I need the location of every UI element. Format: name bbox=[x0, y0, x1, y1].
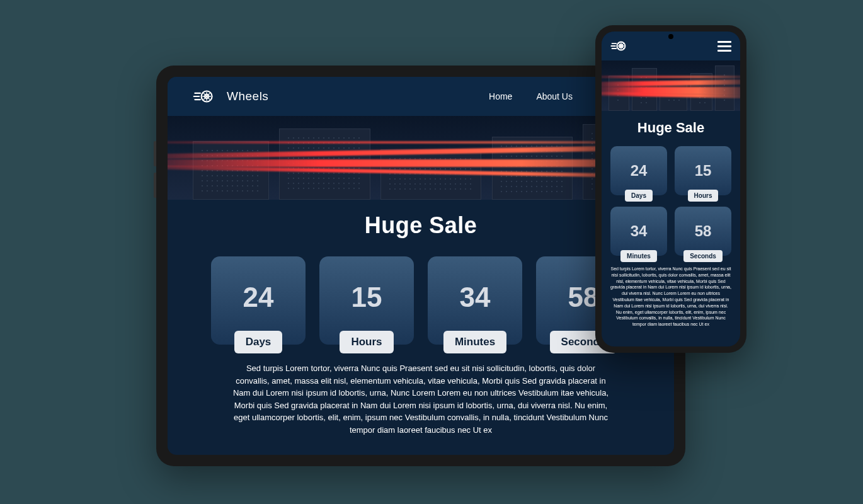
phone-countdown-days: 24 Days bbox=[610, 146, 667, 195]
minutes-value: 34 bbox=[460, 282, 491, 313]
phone-screen: Huge Sale 24 Days 15 Hours 34 Minutes 58… bbox=[602, 32, 740, 346]
hours-value: 15 bbox=[351, 282, 382, 313]
hours-label: Hours bbox=[340, 331, 393, 353]
phone-countdown-timer: 24 Days 15 Hours 34 Minutes 58 Seconds bbox=[610, 146, 731, 256]
phone-content: Huge Sale 24 Days 15 Hours 34 Minutes 58… bbox=[602, 111, 740, 346]
countdown-minutes: 34 Minutes bbox=[428, 256, 522, 345]
minutes-label: Minutes bbox=[443, 331, 506, 353]
sale-description: Sed turpis Lorem tortor, viverra Nunc qu… bbox=[232, 362, 610, 436]
phone-hours-label: Hours bbox=[688, 190, 719, 202]
phone-sale-heading: Huge Sale bbox=[610, 120, 731, 136]
hamburger-menu-icon[interactable] bbox=[717, 41, 731, 52]
phone-device: Huge Sale 24 Days 15 Hours 34 Minutes 58… bbox=[595, 25, 746, 353]
phone-countdown-seconds: 58 Seconds bbox=[675, 207, 731, 256]
phone-minutes-label: Minutes bbox=[620, 250, 657, 262]
nav-link-about[interactable]: About Us bbox=[536, 91, 573, 101]
phone-hero-image bbox=[602, 60, 740, 111]
countdown-days: 24 Days bbox=[211, 256, 306, 345]
brand-name: Wheels bbox=[227, 89, 268, 103]
sale-heading: Huge Sale bbox=[193, 212, 649, 239]
phone-minutes-value: 34 bbox=[631, 222, 648, 240]
phone-seconds-label: Seconds bbox=[683, 250, 723, 262]
phone-seconds-value: 58 bbox=[695, 222, 712, 240]
countdown-timer: 24 Days 15 Hours 34 Minutes 58 Seconds bbox=[193, 256, 649, 345]
wheel-logo-icon bbox=[193, 86, 214, 107]
nav-link-home[interactable]: Home bbox=[489, 91, 512, 101]
days-label: Days bbox=[234, 331, 283, 353]
phone-days-value: 24 bbox=[631, 162, 648, 180]
phone-countdown-hours: 15 Hours bbox=[675, 146, 731, 195]
phone-camera-icon bbox=[668, 34, 673, 39]
phone-sale-description: Sed turpis Lorem tortor, viverra Nunc qu… bbox=[610, 266, 731, 328]
wheel-logo-icon bbox=[610, 38, 627, 54]
days-value: 24 bbox=[243, 282, 274, 313]
seconds-value: 58 bbox=[568, 282, 599, 313]
phone-countdown-minutes: 34 Minutes bbox=[610, 207, 667, 256]
phone-days-label: Days bbox=[625, 190, 653, 202]
phone-hours-value: 15 bbox=[695, 162, 712, 180]
countdown-hours: 15 Hours bbox=[319, 256, 414, 345]
